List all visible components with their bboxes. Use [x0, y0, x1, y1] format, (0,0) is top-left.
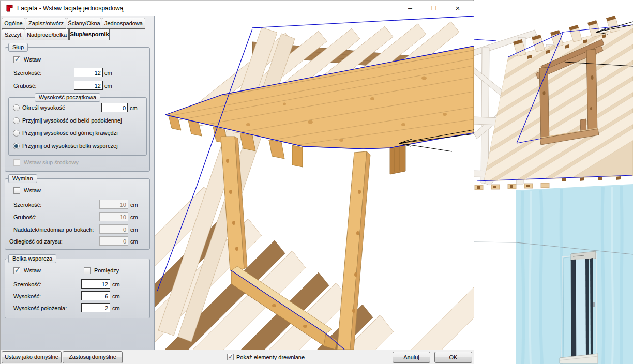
wstaw-slup-srodkowy-checkbox[interactable] — [13, 159, 20, 166]
belka-pomiedzy-label: Pomiędzy — [94, 267, 119, 274]
group-wysokosc-poczatkowa: Wysokość początkowa Określ wysokość 0 cm… — [8, 97, 147, 156]
belka-wysokosc-unit: cm — [112, 293, 120, 299]
slup-grubosc-unit: cm — [104, 83, 112, 89]
tab-ogolne[interactable]: Ogólne — [2, 18, 25, 29]
slup-szerokosc-unit: cm — [104, 70, 112, 76]
radio-od-belki-podokiennej-label: Przyjmij wysokość od belki podokiennej — [22, 117, 122, 124]
okresl-wysokosc-field[interactable]: 0 — [101, 103, 128, 112]
set-default-button[interactable]: Ustaw jako domyślne — [2, 351, 62, 363]
belka-polozenie-unit: cm — [112, 305, 120, 311]
dormer-preview-viewport[interactable] — [155, 16, 474, 350]
radio-od-gornej-krawedzi-label: Przyjmij wysokość od górnej krawędzi — [22, 130, 118, 136]
background-roof-scene — [474, 0, 633, 364]
ok-button[interactable]: OK — [434, 352, 472, 363]
wymian-odleglosc-label: Odległość od zarysu: — [9, 238, 63, 245]
wymian-grubosc-label: Grubość: — [13, 214, 37, 220]
belka-pomiedzy-checkbox[interactable] — [84, 267, 91, 274]
tab-zapisz-otworz[interactable]: Zapisz/otwórz — [26, 18, 66, 29]
slup-grubosc-field[interactable]: 12 — [74, 81, 103, 90]
group-wymian-title: Wymian — [8, 174, 37, 183]
belka-polozenie-field[interactable]: 2 — [81, 303, 110, 312]
wymian-naddatek-label: Naddatek/niedomiar po bokach: — [13, 226, 94, 233]
belka-wysokosc-label: Wysokość: — [13, 293, 41, 299]
dialog-footer: Ustaw jako domyślne Zastosuj domyślne Po… — [1, 350, 474, 364]
wymian-wstaw-label: Wstaw — [24, 187, 41, 193]
tab-sciany-okna[interactable]: Ściany/Okna — [67, 18, 101, 29]
tab-szczyt[interactable]: Szczyt — [2, 29, 24, 40]
dormer-preview-scene — [155, 16, 474, 350]
show-wood-checkbox[interactable] — [227, 354, 234, 360]
tab-jednospadowa[interactable]: Jednospadowa — [102, 18, 145, 29]
wymian-szerokosc-unit: cm — [130, 202, 138, 208]
support-beam-end — [390, 145, 405, 174]
cancel-button[interactable]: Anuluj — [393, 352, 430, 363]
wymian-grubosc-field[interactable]: 10 — [99, 212, 128, 221]
wymian-odleglosc-unit: cm — [130, 238, 138, 245]
group-belka-wsporcza: Belka wsporcza Wstaw Pomiędzy Szerokość:… — [5, 259, 150, 318]
app-icon — [6, 4, 14, 12]
wymian-szerokosc-field[interactable]: 10 — [99, 200, 128, 209]
show-wood-label: Pokaż elementy drewniane — [236, 354, 305, 360]
belka-szerokosc-label: Szerokość: — [13, 281, 41, 287]
radio-od-belki-wsporczej[interactable] — [13, 143, 20, 149]
slup-szerokosc-field[interactable]: 12 — [74, 68, 103, 77]
radio-od-belki-wsporczej-label: Przyjmij od wysokości belki wsporczej — [22, 143, 118, 149]
window-title: Facjata - Wstaw facjatę jednospadową — [17, 5, 123, 12]
belka-polozenie-label: Wysokość położenia: — [13, 305, 67, 311]
wymian-naddatek-field[interactable]: 0 — [99, 224, 128, 234]
tab-slup-wspornik[interactable]: Słup/wspornik — [69, 28, 110, 40]
dormer-dialog: Facjata - Wstaw facjatę jednospadową – □… — [0, 0, 474, 364]
group-belka-title: Belka wsporcza — [8, 254, 56, 263]
group-slup-title: Słup — [8, 43, 28, 52]
radio-okresl-wysokosc[interactable] — [13, 104, 20, 111]
minimize-button[interactable]: – — [399, 1, 421, 16]
group-slup: Słup Wstaw Szerokość: 12 cm Grubość: 12 … — [5, 47, 150, 172]
slup-wstaw-label: Wstaw — [24, 56, 41, 63]
radio-okresl-wysokosc-label: Określ wysokość — [22, 104, 65, 111]
wymian-wstaw-checkbox[interactable] — [13, 187, 20, 194]
slup-szerokosc-label: Szerokość: — [13, 70, 41, 76]
wymian-grubosc-unit: cm — [130, 214, 138, 220]
close-button[interactable]: × — [446, 1, 469, 16]
radio-od-belki-podokiennej[interactable] — [13, 117, 20, 124]
group-wymian: Wymian Wstaw Szerokość: 10 cm Grubość: 1… — [5, 178, 150, 250]
maximize-button[interactable]: □ — [423, 1, 445, 16]
wstaw-slup-srodkowy-label: Wstaw słup środkowy — [24, 159, 79, 165]
apply-default-button[interactable]: Zastosuj domyślne — [63, 351, 123, 363]
settings-panel: Ogólne Zapisz/otwórz Ściany/Okna Jednosp… — [1, 16, 155, 350]
radio-od-gornej-krawedzi[interactable] — [13, 130, 20, 136]
slup-wstaw-checkbox[interactable] — [13, 56, 20, 63]
application-window: Facjata - Wstaw facjatę jednospadową – □… — [0, 0, 633, 364]
title-bar: Facjata - Wstaw facjatę jednospadową – □… — [1, 1, 474, 16]
belka-wstaw-label: Wstaw — [24, 267, 41, 274]
belka-wstaw-checkbox[interactable] — [13, 267, 20, 274]
wymian-odleglosc-field[interactable]: 0 — [99, 236, 128, 246]
slup-grubosc-label: Grubość: — [13, 83, 37, 89]
belka-szerokosc-field[interactable]: 12 — [81, 279, 110, 289]
tab-nadproze-belka[interactable]: Nadproże/belka — [25, 29, 69, 40]
okresl-wysokosc-unit: cm — [130, 105, 138, 111]
belka-szerokosc-unit: cm — [112, 281, 120, 287]
wymian-szerokosc-label: Szerokość: — [13, 202, 41, 208]
group-wysokosc-poczatkowa-title: Wysokość początkowa — [35, 93, 100, 102]
wymian-naddatek-unit: cm — [130, 226, 138, 233]
belka-wysokosc-field[interactable]: 6 — [81, 291, 110, 300]
background-3d-view[interactable] — [474, 0, 633, 364]
